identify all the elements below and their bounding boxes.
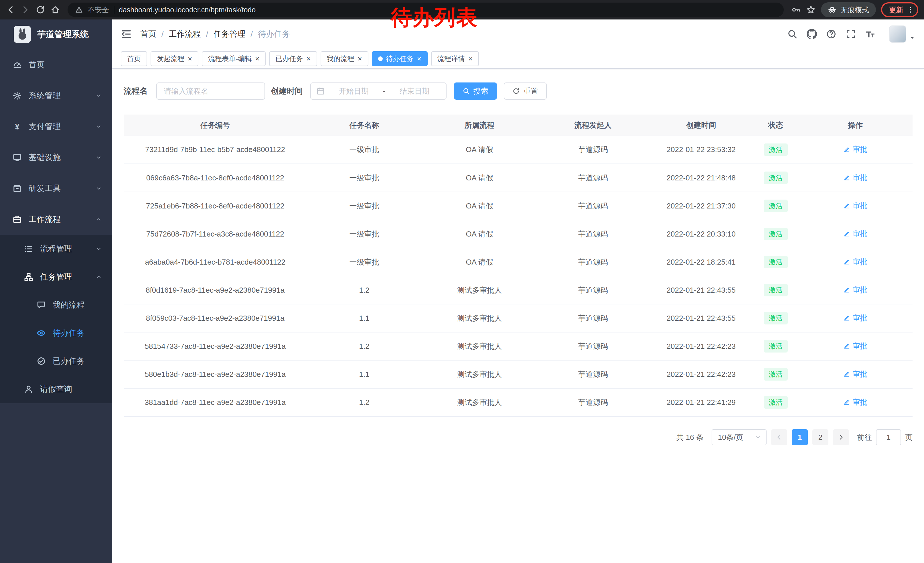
- caret-down-icon: [909, 35, 915, 41]
- page-button-2[interactable]: 2: [812, 429, 828, 445]
- tab-close-icon[interactable]: ×: [306, 55, 310, 62]
- tab-my-process[interactable]: 我的流程×: [321, 51, 368, 66]
- star-icon[interactable]: [806, 5, 816, 15]
- sidebar-item-system-management[interactable]: 系统管理: [0, 80, 112, 111]
- process-name-input[interactable]: [156, 83, 265, 100]
- top-navbar: 首页/工作流程/任务管理/待办任务: [112, 20, 924, 49]
- tab-done-tasks[interactable]: 已办任务×: [269, 51, 317, 66]
- home-icon[interactable]: [50, 5, 60, 15]
- sidebar-item-process-management[interactable]: 流程管理: [0, 235, 112, 263]
- tab-close-icon[interactable]: ×: [358, 55, 362, 62]
- tab-close-icon[interactable]: ×: [417, 55, 422, 62]
- goto-page-input[interactable]: [876, 429, 901, 445]
- collapse-sidebar-icon[interactable]: [121, 29, 132, 39]
- approve-button[interactable]: 审批: [843, 397, 867, 407]
- sidebar-item-payment-management[interactable]: ¥支付管理: [0, 111, 112, 142]
- reset-button[interactable]: 重置: [504, 83, 547, 100]
- sidebar-item-home[interactable]: 首页: [0, 49, 112, 80]
- tab-close-icon[interactable]: ×: [468, 55, 472, 62]
- sidebar-item-todo-tasks[interactable]: 待办任务: [0, 319, 112, 347]
- filter-form: 流程名 创建时间 开始日期 - 结束日期 搜索 重: [124, 83, 912, 100]
- breadcrumb-item[interactable]: 任务管理: [213, 29, 246, 39]
- sidebar-item-label: 任务管理: [40, 272, 72, 282]
- briefcase-icon: [13, 215, 22, 224]
- fullscreen-icon[interactable]: [846, 29, 856, 39]
- cell-created: 2022-01-21 22:41:29: [649, 388, 753, 416]
- sidebar-item-leave-query[interactable]: 请假查询: [0, 375, 112, 403]
- cell-id: 069c6a63-7b8a-11ec-8ef0-acde48001122: [124, 164, 307, 192]
- cell-id: a6aba0a4-7b6d-11ec-b781-acde48001122: [124, 248, 307, 276]
- cell-action: 审批: [798, 388, 912, 416]
- tab-initiate-process[interactable]: 发起流程×: [151, 51, 198, 66]
- cell-process: 测试多审批人: [422, 388, 537, 416]
- breadcrumb-item[interactable]: 首页: [140, 29, 156, 39]
- cell-process: OA 请假: [422, 192, 537, 220]
- approve-button[interactable]: 审批: [843, 144, 867, 155]
- cell-action: 审批: [798, 304, 912, 332]
- page-button-1[interactable]: 1: [792, 429, 808, 445]
- tab-home[interactable]: 首页: [121, 51, 147, 66]
- table-row: 8f059c03-7ac8-11ec-a9e2-a2380e71991a1.1测…: [124, 304, 912, 332]
- breadcrumb-item[interactable]: 工作流程: [169, 29, 201, 39]
- gear-icon: [13, 91, 22, 100]
- update-menu-button[interactable]: 更新: [881, 2, 918, 17]
- help-icon[interactable]: [826, 29, 836, 39]
- forward-icon[interactable]: [21, 5, 30, 15]
- approve-button[interactable]: 审批: [843, 369, 867, 379]
- approve-button[interactable]: 审批: [843, 285, 867, 295]
- user-menu[interactable]: [889, 26, 915, 43]
- column-header: 流程发起人: [537, 114, 649, 136]
- app-logo[interactable]: 芋道管理系统: [0, 20, 112, 49]
- tab-process-form-edit[interactable]: 流程表单-编辑×: [202, 51, 266, 66]
- cell-created: 2022-01-22 18:25:41: [649, 248, 753, 276]
- tab-close-icon[interactable]: ×: [255, 55, 260, 62]
- cell-action: 审批: [798, 220, 912, 248]
- range-separator: -: [383, 87, 386, 96]
- font-size-icon[interactable]: [865, 29, 875, 39]
- status-badge: 激活: [764, 256, 788, 268]
- tab-label: 发起流程: [157, 54, 184, 63]
- cell-name: 一级审批: [307, 220, 422, 248]
- table-body: 73211d9d-7b9b-11ec-b5b7-acde48001122一级审批…: [124, 136, 912, 416]
- prev-page-button[interactable]: [771, 429, 787, 445]
- sidebar-item-task-management[interactable]: 任务管理: [0, 263, 112, 291]
- approve-label: 审批: [852, 173, 867, 183]
- date-range-picker[interactable]: 开始日期 - 结束日期: [310, 83, 447, 100]
- tab-todo-tasks[interactable]: 待办任务×: [372, 51, 428, 66]
- yen-icon: ¥: [13, 122, 22, 131]
- page-size-select[interactable]: 10条/页: [712, 429, 766, 445]
- next-page-button[interactable]: [833, 429, 849, 445]
- cell-initiator: 芋道源码: [537, 136, 649, 164]
- status-badge: 激活: [764, 284, 788, 296]
- key-icon[interactable]: [791, 5, 801, 15]
- github-icon[interactable]: [807, 29, 817, 39]
- app-title: 芋道管理系统: [37, 29, 89, 41]
- refresh-icon: [512, 87, 520, 95]
- tab-close-icon[interactable]: ×: [188, 55, 192, 62]
- approve-button[interactable]: 审批: [843, 313, 867, 323]
- approve-button[interactable]: 审批: [843, 229, 867, 239]
- approve-button[interactable]: 审批: [843, 201, 867, 211]
- cell-status: 激活: [753, 136, 798, 164]
- cell-name: 1.2: [307, 388, 422, 416]
- edit-icon: [843, 202, 850, 209]
- search-button[interactable]: 搜索: [454, 83, 497, 100]
- tab-label: 已办任务: [275, 54, 303, 63]
- sidebar-item-dev-tools[interactable]: 研发工具: [0, 173, 112, 204]
- search-icon[interactable]: [787, 29, 798, 39]
- cell-created: 2022-01-21 22:43:55: [649, 304, 753, 332]
- back-icon[interactable]: [6, 5, 15, 15]
- chevron-up-icon: [96, 274, 102, 280]
- cell-action: 审批: [798, 248, 912, 276]
- logo-image: [14, 26, 31, 43]
- refresh-icon[interactable]: [36, 5, 45, 15]
- tab-process-detail[interactable]: 流程详情×: [431, 51, 479, 66]
- sidebar-item-done-tasks[interactable]: 已办任务: [0, 347, 112, 375]
- cell-action: 审批: [798, 276, 912, 304]
- sidebar-item-workflow[interactable]: 工作流程: [0, 204, 112, 235]
- sidebar-item-my-process[interactable]: 我的流程: [0, 291, 112, 319]
- sidebar-item-infrastructure[interactable]: 基础设施: [0, 142, 112, 173]
- approve-button[interactable]: 审批: [843, 257, 867, 267]
- approve-button[interactable]: 审批: [843, 173, 867, 183]
- approve-button[interactable]: 审批: [843, 341, 867, 351]
